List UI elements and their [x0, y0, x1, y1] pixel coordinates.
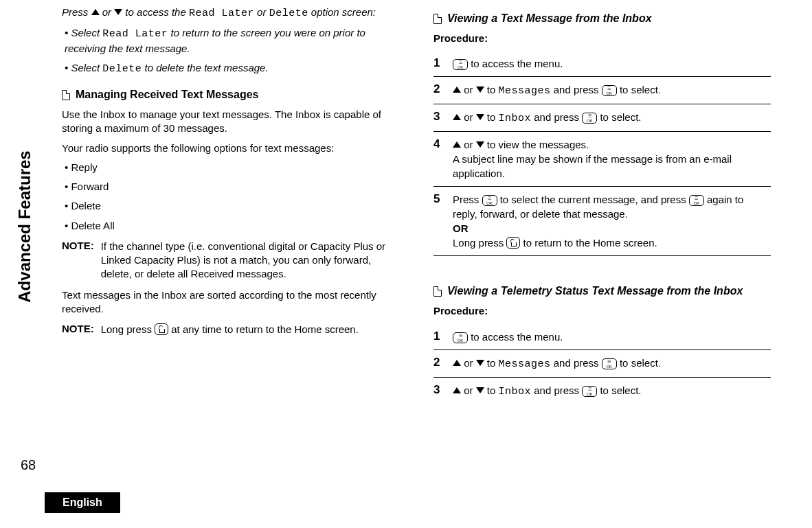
step-4: 4 or to view the messages. A subject lin… [433, 132, 771, 186]
options-intro: Your radio supports the following option… [62, 141, 399, 155]
note-body: If the channel type (i.e. conventional d… [101, 240, 399, 282]
up-arrow-icon [91, 9, 100, 15]
up-arrow-icon [453, 114, 461, 120]
document-icon [433, 14, 442, 24]
ok-button-icon: ☰OK [453, 59, 468, 70]
heading-view-telemetry: Viewing a Telemetry Status Text Message … [433, 285, 771, 297]
procedure-label: Procedure: [433, 304, 771, 318]
note-label: NOTE: [62, 323, 94, 336]
down-arrow-icon [476, 360, 484, 366]
ok-button-icon: ☰OK [482, 195, 497, 206]
bullet-delete: Select Delete to delete the text message… [65, 61, 399, 76]
ok-button-icon: ☰OK [582, 113, 597, 124]
opt-reply: Reply [65, 161, 399, 174]
step-2b: 2 or to Messages and press ☰OK to select… [433, 350, 771, 377]
document-icon [62, 90, 70, 100]
ok-button-icon: ☰OK [689, 195, 704, 206]
home-button-icon [506, 237, 520, 249]
sort-info: Text messages in the Inbox are sorted ac… [62, 288, 399, 317]
inbox-capacity: Use the Inbox to manage your text messag… [62, 108, 399, 136]
step-3: 3 or to Inbox and press ☰OK to select. [433, 104, 771, 131]
note-home: NOTE: Long press at any time to return t… [62, 323, 399, 336]
note-label: NOTE: [62, 240, 94, 282]
ok-button-icon: ☰OK [602, 358, 617, 369]
note-body: Long press at any time to return to the … [101, 323, 359, 336]
step-1: 1 ☰OK to access the menu. [433, 51, 771, 76]
left-column: Press or to access the Read Later or Del… [55, 0, 399, 404]
page: Advanced Features Press or to access the… [0, 0, 812, 528]
document-icon [433, 286, 442, 297]
up-arrow-icon [453, 141, 461, 148]
home-button-icon [155, 323, 168, 335]
up-arrow-icon [453, 387, 461, 393]
ok-button-icon: ☰OK [453, 332, 468, 343]
options-list: Reply Forward Delete Delete All [62, 161, 399, 233]
down-arrow-icon [476, 87, 484, 93]
down-arrow-icon [476, 114, 484, 120]
right-column: Viewing a Text Message from the Inbox Pr… [433, 0, 771, 404]
note-channel-type: NOTE: If the channel type (i.e. conventi… [62, 240, 399, 282]
language-tag: English [45, 492, 120, 513]
down-arrow-icon [114, 9, 122, 15]
opt-forward: Forward [65, 180, 399, 194]
two-column-layout: Press or to access the Read Later or Del… [55, 0, 771, 404]
page-number: 68 [21, 457, 36, 473]
ok-button-icon: ☰OK [582, 386, 597, 397]
up-arrow-icon [453, 87, 461, 93]
procedure-label: Procedure: [433, 32, 771, 45]
bullet-read-later: Select Read Later to return to the scree… [65, 26, 399, 56]
down-arrow-icon [476, 141, 484, 148]
down-arrow-icon [476, 387, 484, 393]
opt-delete: Delete [65, 199, 399, 213]
step-5: 5 Press ☰OK to select the current messag… [433, 187, 771, 255]
heading-view-text: Viewing a Text Message from the Inbox [433, 12, 771, 25]
up-arrow-icon [453, 360, 461, 366]
intro-paragraph: Press or to access the Read Later or Del… [62, 5, 399, 21]
step-2: 2 or to Messages and press ☰OK to select… [433, 77, 771, 104]
opt-delete-all: Delete All [65, 219, 399, 233]
heading-managing: Managing Received Text Messages [62, 89, 399, 101]
option-bullets: Select Read Later to return to the scree… [62, 26, 399, 76]
section-title-vertical: Advanced Features [15, 75, 34, 227]
step-3b: 3 or to Inbox and press ☰OK to select. [433, 378, 771, 404]
step-1b: 1 ☰OK to access the menu. [433, 324, 771, 349]
ok-button-icon: ☰OK [602, 85, 617, 96]
